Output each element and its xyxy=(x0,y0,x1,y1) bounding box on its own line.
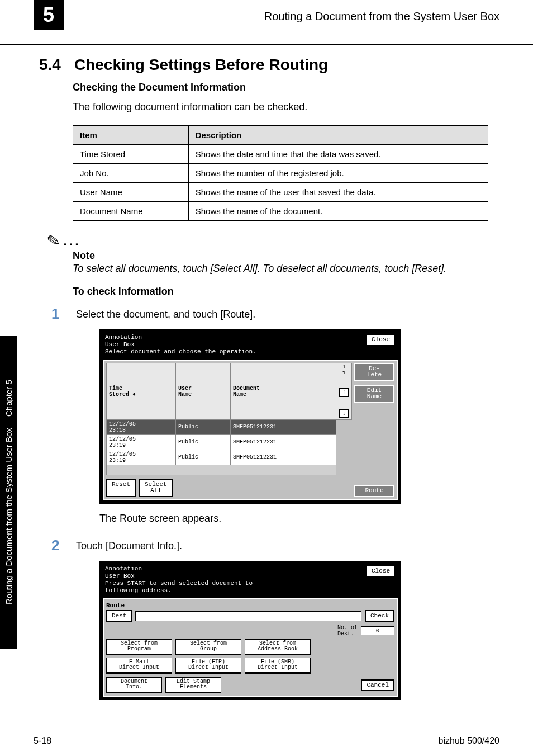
page-footer: 5-18 bizhub 500/420 xyxy=(0,730,533,746)
step-number: 2 xyxy=(51,537,66,554)
select-from-address-book-button[interactable]: Select from Address Book xyxy=(245,639,311,655)
chapter-badge: 5 xyxy=(34,0,64,30)
step-number: 1 xyxy=(51,305,66,323)
edit-name-button[interactable]: Edit Name xyxy=(354,385,394,403)
action-buttons: De- lete Edit Name Route xyxy=(354,363,394,497)
panel-title-text: Annotation User Box xyxy=(105,565,253,580)
section-number: 5.4 xyxy=(39,56,61,74)
document-row-empty xyxy=(107,465,352,475)
info-description: Shows the number of the registered job. xyxy=(188,164,488,183)
model-name: bizhub 500/420 xyxy=(439,736,499,746)
select-from-group-button[interactable]: Select from Group xyxy=(175,639,241,655)
panel-instructions: Press START to send selected document to… xyxy=(105,580,253,594)
panel-header: Annotation User Box Press START to send … xyxy=(103,564,398,598)
document-row[interactable]: 12/12/05 23:19 Public SMFP051212231 xyxy=(107,450,352,465)
cell-time: 12/12/05 23:19 xyxy=(107,434,176,450)
delete-button[interactable]: De- lete xyxy=(354,363,394,381)
dest-button[interactable]: Dest xyxy=(106,610,132,622)
info-table-header-item: Item xyxy=(73,126,189,145)
step1-result: The Route screen appears. xyxy=(99,513,488,525)
scroll-down-button[interactable]: ↓ xyxy=(339,409,349,418)
sidebar-chapter-label: Chapter 5 xyxy=(4,374,13,422)
table-row: Time Stored Shows the date and time that… xyxy=(73,145,488,164)
cell-user: Public xyxy=(176,419,231,434)
cell-doc: SMFP051212231 xyxy=(231,434,336,450)
info-description: Shows the name of the document. xyxy=(188,202,488,221)
reset-button[interactable]: Reset xyxy=(106,479,136,497)
step-1: 1 Select the document, and touch [Route]… xyxy=(51,305,488,323)
section-title: Checking Settings Before Routing xyxy=(74,56,328,74)
scroll-up-button[interactable]: ↑ xyxy=(339,388,349,397)
dest-count-value: 0 xyxy=(361,626,394,635)
document-row[interactable]: 12/12/05 23:18 Public SMFP051212231 xyxy=(107,419,352,434)
table-row: Job No. Shows the number of the register… xyxy=(73,164,488,183)
select-document-panel: Annotation User Box Select document and … xyxy=(99,329,401,504)
panel-title: Annotation User Box Press START to send … xyxy=(105,565,253,595)
info-description: Shows the name of the user that saved th… xyxy=(188,183,488,202)
col-user-name: User Name xyxy=(176,363,231,419)
dest-count-label: No. of Dest. xyxy=(337,625,358,637)
cancel-button[interactable]: Cancel xyxy=(361,679,394,692)
panel-header: Annotation User Box Select document and … xyxy=(103,333,398,360)
document-row[interactable]: 12/12/05 23:19 Public SMFP051212231 xyxy=(107,434,352,450)
smb-direct-input-button[interactable]: File (SMB) Direct Input xyxy=(245,658,311,674)
intro-text: The following document information can b… xyxy=(73,101,488,113)
cell-doc: SMFP051212231 xyxy=(231,419,336,434)
panel-body: Route Dest Check No. of Dest. 0 Select f… xyxy=(103,598,398,697)
cell-user: Public xyxy=(176,450,231,465)
page-content: 5.4 Checking Settings Before Routing Che… xyxy=(0,56,533,700)
cell-time: 12/12/05 23:19 xyxy=(107,450,176,465)
panel-body: Time Stored ♦ User Name Document Name 1 … xyxy=(103,360,398,500)
sidebar-book-title: Routing a Document from the System User … xyxy=(4,422,13,610)
panel-title-text: Annotation User Box xyxy=(105,334,256,348)
cell-user: Public xyxy=(176,434,231,450)
document-list-table: Time Stored ♦ User Name Document Name 1 … xyxy=(106,363,352,475)
email-direct-input-button[interactable]: E-Mail Direct Input xyxy=(106,658,172,674)
step-2: 2 Touch [Document Info.]. xyxy=(51,537,488,554)
route-label: Route xyxy=(106,602,394,609)
close-button[interactable]: Close xyxy=(366,565,396,578)
info-item: Job No. xyxy=(73,164,189,183)
page-indicator: 1 1 xyxy=(342,365,345,376)
sidebar-tab: Routing a Document from the System User … xyxy=(0,336,17,649)
edit-stamp-elements-button[interactable]: Edit Stamp Elements xyxy=(165,677,221,693)
table-row: User Name Shows the name of the user tha… xyxy=(73,183,488,202)
route-panel: Annotation User Box Press START to send … xyxy=(99,561,401,700)
info-item: Document Name xyxy=(73,202,189,221)
note-text: To select all documents, touch [Select A… xyxy=(73,263,488,275)
col-document-name: Document Name xyxy=(231,363,336,419)
info-description: Shows the date and time that the data wa… xyxy=(188,145,488,164)
cell-doc: SMFP051212231 xyxy=(231,450,336,465)
info-table-header-description: Description xyxy=(188,126,488,145)
panel-title: Annotation User Box Select document and … xyxy=(105,334,256,356)
step-text: Select the document, and touch [Route]. xyxy=(76,305,255,320)
note-dots: ... xyxy=(63,233,81,249)
table-row: Document Name Shows the name of the docu… xyxy=(73,202,488,221)
panel-instructions: Select document and choose the operation… xyxy=(105,348,256,356)
page-header: 5 Routing a Document from the System Use… xyxy=(0,0,533,45)
close-button[interactable]: Close xyxy=(366,334,396,346)
note-icon-row: ✎ ... xyxy=(47,233,488,249)
select-from-program-button[interactable]: Select from Program xyxy=(106,639,172,655)
page-number: 5-18 xyxy=(34,736,51,746)
note-title: Note xyxy=(73,250,488,262)
section-heading: 5.4 Checking Settings Before Routing xyxy=(39,56,488,74)
subheading-doc-info: Checking the Document Information xyxy=(73,82,488,93)
step-text: Touch [Document Info.]. xyxy=(76,537,182,552)
note-block: ✎ ... Note To select all documents, touc… xyxy=(73,233,488,275)
to-check-heading: To check information xyxy=(73,286,488,297)
route-button[interactable]: Route xyxy=(354,485,394,497)
dest-field xyxy=(135,611,361,621)
info-item: Time Stored xyxy=(73,145,189,164)
cell-time: 12/12/05 23:18 xyxy=(107,419,176,434)
scroll-column: 1 1 ↑ ↓ xyxy=(336,363,352,419)
ftp-direct-input-button[interactable]: File (FTP) Direct Input xyxy=(175,658,241,674)
sort-icon[interactable]: ♦ xyxy=(132,391,136,398)
document-info-button[interactable]: Document Info. xyxy=(106,677,162,693)
pencil-icon: ✎ xyxy=(46,232,61,250)
select-all-button[interactable]: Select All xyxy=(139,479,173,497)
info-item: User Name xyxy=(73,183,189,202)
check-button[interactable]: Check xyxy=(365,610,394,622)
info-table: Item Description Time Stored Shows the d… xyxy=(73,125,488,221)
col-time-stored[interactable]: Time Stored ♦ xyxy=(107,363,176,419)
